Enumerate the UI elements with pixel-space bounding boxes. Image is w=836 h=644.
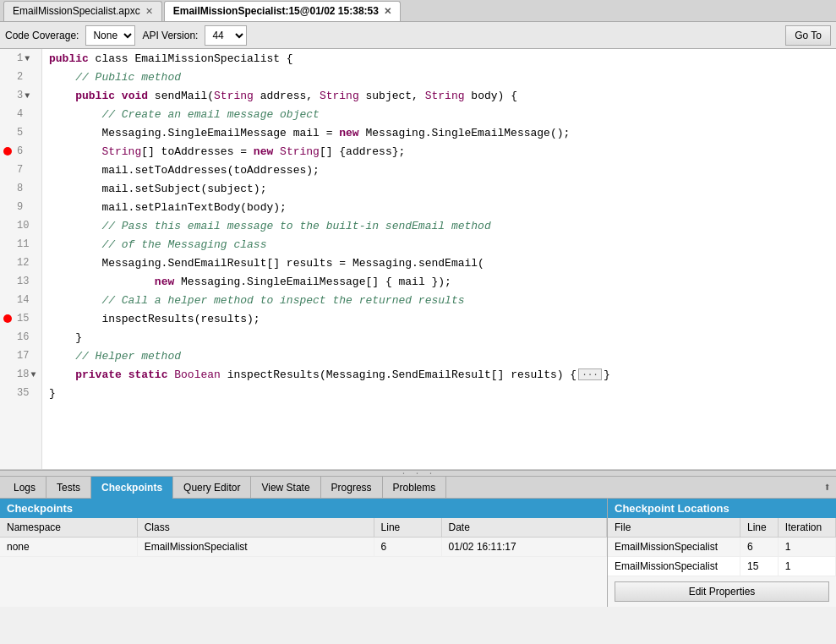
tab-file2-close[interactable]: ✕: [384, 6, 391, 17]
checkpoints-col-header: Date: [441, 518, 606, 538]
checkpoints-col-header: Class: [137, 518, 374, 538]
code-line: // of the Messaging class: [49, 235, 829, 254]
token: Messaging.sendEmail(: [352, 257, 484, 270]
line-number-row: 4: [5, 105, 36, 123]
line-number-row: 5: [5, 123, 36, 142]
collapse-arrow[interactable]: ▼: [25, 91, 30, 101]
token: // of the Messaging class: [49, 238, 266, 251]
code-line: inspectResults(results);: [49, 309, 829, 328]
line-number: 35: [5, 387, 29, 399]
token: {: [280, 52, 293, 65]
token: mail.setSubject(subject);: [49, 183, 266, 195]
token: body) {: [465, 90, 517, 102]
collapse-arrow[interactable]: ▼: [25, 54, 30, 63]
token: void: [122, 90, 148, 102]
breakpoint-indicator[interactable]: [3, 314, 12, 323]
token: new: [339, 127, 358, 139]
checkpoints-cell-date: 01/02 16:11:17: [441, 538, 606, 557]
token: EmailMissionSpecialist: [134, 52, 280, 65]
bottom-tab-checkpoints[interactable]: Checkpoints: [91, 477, 173, 499]
line-number: 5: [5, 127, 23, 139]
line-number: 1: [5, 52, 23, 64]
token: subject,: [359, 90, 425, 102]
code-line: // Pass this email message to the built-…: [49, 216, 829, 235]
bottom-tab-logs[interactable]: Logs: [3, 477, 46, 499]
line-number-row: 11: [5, 235, 36, 254]
line-number: 3: [5, 90, 23, 101]
line-number-row: 14: [5, 291, 36, 309]
checkpoints-table: NamespaceClassLineDatenoneEmailMissionSp…: [0, 518, 607, 557]
checkpoints-panel: Checkpoints NamespaceClassLineDatenoneEm…: [0, 499, 608, 607]
breakpoint-indicator[interactable]: [3, 147, 12, 156]
code-line: }: [49, 328, 829, 347]
checkpoints-cell-line: 6: [374, 538, 441, 557]
token: // Helper method: [49, 350, 181, 363]
checkpoints-col-header: Line: [374, 518, 441, 538]
token: inspectResults(results);: [49, 313, 260, 325]
line-number-row: 8: [5, 179, 36, 198]
line-number-row: 13: [5, 272, 36, 291]
code-line: // Call a helper method to inspect the r…: [49, 291, 829, 309]
locations-col-header: Line: [740, 518, 778, 538]
token: inspectResults(Messaging.SendEmailResult…: [221, 368, 576, 381]
bottom-tab-problems[interactable]: Problems: [383, 477, 447, 499]
code-line: Messaging.SingleEmailMessage mail = new …: [49, 123, 829, 142]
line-number: 18: [5, 368, 29, 380]
line-number: 9: [5, 201, 23, 213]
api-select[interactable]: 44: [205, 25, 247, 46]
line-number-row: 2: [5, 68, 36, 86]
bottom-tab-query_editor[interactable]: Query Editor: [173, 477, 251, 499]
token: }: [49, 331, 82, 344]
line-number: 14: [5, 294, 29, 306]
line-number: 13: [5, 276, 29, 287]
edit-properties-button[interactable]: Edit Properties: [615, 581, 829, 602]
token: // Create an email message object: [49, 108, 320, 121]
goto-button[interactable]: Go To: [785, 25, 831, 46]
token: // Public method: [49, 71, 181, 84]
bottom-tab-tests[interactable]: Tests: [46, 477, 91, 499]
token: Boolean: [174, 368, 221, 381]
token: Messaging.SingleEmailMessage();: [359, 127, 571, 139]
token: // Pass this email message to the built-…: [49, 220, 491, 232]
token: String: [320, 90, 359, 102]
code-line: private static Boolean inspectResults(Me…: [49, 365, 829, 384]
locations-row: EmailMissionSpecialist151: [608, 557, 836, 576]
token: Messaging.SingleEmailMessage mail: [49, 127, 326, 139]
code-lines[interactable]: public class EmailMissionSpecialist { //…: [42, 49, 836, 469]
locations-cell-line: 6: [740, 538, 778, 557]
token: // Call a helper method to inspect the r…: [49, 294, 464, 307]
coverage-select[interactable]: None: [85, 25, 135, 46]
code-line: // Public method: [49, 68, 829, 86]
bottom-tab-view_state[interactable]: View State: [251, 477, 320, 499]
bottom-tab-progress[interactable]: Progress: [321, 477, 383, 499]
tab-file2[interactable]: EmailMissionSpecialist:15@01/02 15:38:53…: [164, 1, 401, 21]
collapse-arrow[interactable]: ▼: [30, 370, 36, 379]
line-number-row: 16: [5, 328, 36, 347]
token: String: [49, 145, 141, 158]
token: private: [49, 368, 122, 381]
tab-bar: EmailMissionSpecialist.apxc ✕ EmailMissi…: [0, 0, 836, 22]
locations-cell-line: 15: [740, 557, 778, 576]
tab-file1[interactable]: EmailMissionSpecialist.apxc ✕: [3, 1, 162, 21]
line-number-row: 6: [5, 142, 36, 161]
token: mail.setToAddresses(toAddresses);: [49, 164, 320, 177]
token: =: [240, 145, 254, 158]
line-number: 2: [5, 71, 23, 83]
collapsed-icon[interactable]: ···: [578, 368, 602, 380]
code-line: // Helper method: [49, 347, 829, 365]
token: address,: [254, 90, 320, 102]
bottom-panel-expand[interactable]: ⬆: [819, 480, 836, 494]
line-number-row: 9: [5, 198, 36, 216]
token: Messaging.SendEmailResult[] results: [49, 257, 339, 270]
line-numbers: 1▼23▼456789101112131415161718▼35: [0, 49, 42, 469]
code-line: mail.setPlainTextBody(body);: [49, 198, 829, 216]
code-line: new Messaging.SingleEmailMessage[] { mai…: [49, 272, 829, 291]
code-line: }: [49, 384, 829, 402]
tab-file2-label: EmailMissionSpecialist:15@01/02 15:38:53: [173, 5, 379, 17]
token: static: [128, 368, 168, 381]
tab-file1-close[interactable]: ✕: [145, 6, 153, 17]
code-line: public class EmailMissionSpecialist {: [49, 49, 829, 68]
editor-area: 1▼23▼456789101112131415161718▼35 public …: [0, 49, 836, 470]
token: }: [49, 387, 56, 400]
code-line: public void sendMail(String address, Str…: [49, 86, 829, 105]
